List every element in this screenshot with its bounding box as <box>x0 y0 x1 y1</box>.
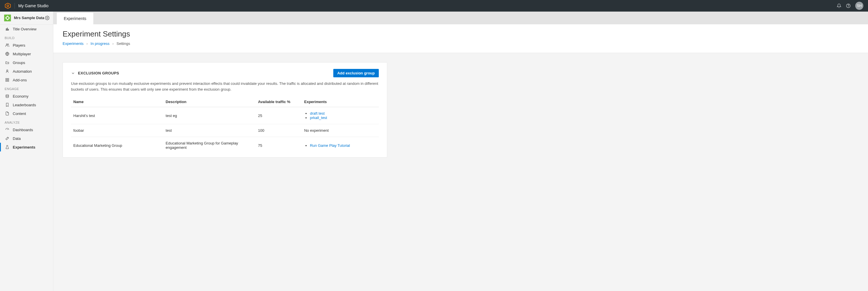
experiment-link[interactable]: prkall_test <box>310 116 327 120</box>
col-description: Description <box>163 97 256 107</box>
bookmark-icon <box>5 102 10 107</box>
exclusion-groups-card: EXCLUSION GROUPS Add exclusion group Use… <box>63 62 387 158</box>
cell-experiments: No experiment <box>302 124 379 137</box>
svg-rect-10 <box>8 29 9 30</box>
table-row: foobartest100No experiment <box>71 124 379 137</box>
sidebar-section-engage: ENGAGE <box>0 84 53 92</box>
experiment-link[interactable]: Run Game Play Tutorial <box>310 143 350 148</box>
svg-rect-17 <box>6 80 7 82</box>
sidebar-item-data[interactable]: Data <box>0 134 53 143</box>
card-title: EXCLUSION GROUPS <box>78 71 119 75</box>
sidebar-item-title-overview[interactable]: Title Overview <box>0 25 53 33</box>
sidebar-item-label: Economy <box>13 94 28 98</box>
table-row: Educational Marketing GroupEducational M… <box>71 137 379 154</box>
svg-point-19 <box>6 95 8 96</box>
sidebar-item-label: Add-ons <box>13 78 27 82</box>
sidebar-item-label: Leaderboards <box>13 103 36 107</box>
page-title: Experiment Settings <box>63 30 859 38</box>
sidebar-item-label: Experiments <box>13 145 35 150</box>
experiment-link[interactable]: draft test <box>310 111 324 116</box>
gauge-icon <box>5 127 10 132</box>
no-experiment-label: No experiment <box>304 128 329 133</box>
cell-description: test <box>163 124 256 137</box>
svg-rect-9 <box>7 28 7 30</box>
sidebar: Mrs Sample Data Title Overview BUILD Pla… <box>0 11 53 291</box>
sidebar-section-build: BUILD <box>0 33 53 41</box>
main-content: Experiments Experiment Settings Experime… <box>53 11 868 291</box>
sidebar-item-label: Content <box>13 111 26 116</box>
add-exclusion-group-button[interactable]: Add exclusion group <box>333 69 379 77</box>
folder-icon <box>5 60 10 65</box>
sidebar-item-content[interactable]: Content <box>0 109 53 118</box>
title-name[interactable]: Mrs Sample Data <box>14 15 44 20</box>
chart-icon <box>5 26 10 32</box>
cell-traffic: 25 <box>256 107 302 124</box>
stack-icon <box>5 94 10 99</box>
cell-experiments: draft testprkall_test <box>302 107 379 124</box>
title-block: Mrs Sample Data <box>0 11 53 25</box>
experiment-list: draft testprkall_test <box>304 111 376 120</box>
chevron-right-icon: › <box>113 41 114 46</box>
sidebar-item-dashboards[interactable]: Dashboards <box>0 125 53 134</box>
help-icon[interactable] <box>844 1 853 10</box>
card-description: Use exclusion groups to run mutually exc… <box>71 81 379 92</box>
svg-point-1 <box>7 5 9 7</box>
sidebar-item-automation[interactable]: Automation <box>0 67 53 75</box>
breadcrumb-current: Settings <box>117 41 130 46</box>
grid-icon <box>5 77 10 83</box>
tab-experiments[interactable]: Experiments <box>57 13 93 24</box>
svg-point-7 <box>46 18 48 19</box>
user-avatar[interactable]: SH <box>855 2 863 10</box>
sidebar-item-label: Data <box>13 136 21 141</box>
chevron-right-icon: › <box>86 41 88 46</box>
experiment-list: Run Game Play Tutorial <box>304 143 376 148</box>
svg-point-14 <box>7 70 8 71</box>
sidebar-item-label: Automation <box>13 69 32 73</box>
file-icon <box>5 111 10 116</box>
svg-marker-0 <box>5 3 10 8</box>
svg-rect-15 <box>6 78 7 79</box>
table-row: Harshit's testtest eg25draft testprkall_… <box>71 107 379 124</box>
title-icon <box>3 14 11 22</box>
globe-icon <box>5 51 10 57</box>
content-header: Experiment Settings Experiments › In pro… <box>53 24 868 53</box>
notifications-icon[interactable] <box>834 1 844 10</box>
cell-traffic: 100 <box>256 124 302 137</box>
robot-icon <box>5 69 10 74</box>
sidebar-item-label: Title Overview <box>13 27 36 31</box>
list-item: Run Game Play Tutorial <box>310 143 376 148</box>
svg-rect-16 <box>7 78 9 79</box>
brand-logo-icon[interactable] <box>5 3 11 9</box>
breadcrumb-in-progress[interactable]: In progress <box>91 41 110 46</box>
list-item: draft test <box>310 111 376 116</box>
cell-traffic: 75 <box>256 137 302 154</box>
flask-icon <box>5 144 10 150</box>
table-header-row: Name Description Available traffic % Exp… <box>71 97 379 107</box>
sidebar-item-economy[interactable]: Economy <box>0 92 53 100</box>
col-experiments: Experiments <box>302 97 379 107</box>
cell-name: Educational Marketing Group <box>71 137 163 154</box>
sidebar-item-label: Players <box>13 43 25 47</box>
sidebar-item-multiplayer[interactable]: Multiplayer <box>0 50 53 58</box>
sidebar-item-label: Dashboards <box>13 128 33 132</box>
cell-name: Harshit's test <box>71 107 163 124</box>
sidebar-item-experiments[interactable]: Experiments <box>0 143 53 152</box>
wand-icon <box>5 136 10 141</box>
breadcrumb-experiments[interactable]: Experiments <box>63 41 84 46</box>
exclusion-groups-table: Name Description Available traffic % Exp… <box>71 97 379 154</box>
card-header: EXCLUSION GROUPS Add exclusion group <box>71 69 379 77</box>
sidebar-item-leaderboards[interactable]: Leaderboards <box>0 100 53 109</box>
top-bar: My Game Studio SH <box>0 0 868 11</box>
col-name: Name <box>71 97 163 107</box>
chevron-down-icon[interactable] <box>71 71 75 75</box>
cell-name: foobar <box>71 124 163 137</box>
sidebar-item-players[interactable]: Players <box>0 41 53 50</box>
tab-bar: Experiments <box>53 11 868 24</box>
cell-description: test eg <box>163 107 256 124</box>
list-item: prkall_test <box>310 116 376 120</box>
sidebar-item-addons[interactable]: Add-ons <box>0 75 53 84</box>
sidebar-item-groups[interactable]: Groups <box>0 58 53 67</box>
sidebar-section-analyze: ANALYZE <box>0 118 53 125</box>
gear-icon[interactable] <box>45 15 50 20</box>
studio-name[interactable]: My Game Studio <box>18 3 49 8</box>
